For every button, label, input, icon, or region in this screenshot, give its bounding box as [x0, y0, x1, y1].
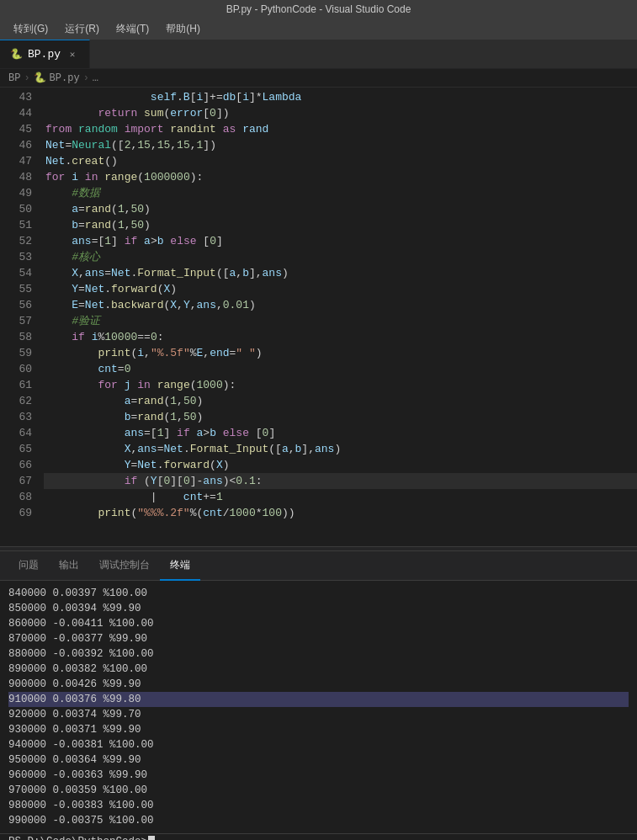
python-file-icon: 🐍	[10, 48, 23, 61]
menu-goto[interactable]: 转到(G)	[7, 20, 55, 38]
breadcrumb-file-icon: 🐍	[34, 72, 46, 84]
code-line-60: cnt=0	[44, 361, 637, 377]
terminal-input-line[interactable]: PS D:\Code\PythonCode>	[0, 833, 637, 840]
code-line-55: Y=Net.forward(X)	[44, 281, 637, 297]
terminal-line-9: 930000 0.00371 %99.90	[8, 722, 629, 737]
terminal-line-1: 850000 0.00394 %99.90	[8, 601, 629, 616]
breadcrumb-file[interactable]: BP.py	[50, 72, 80, 84]
terminal-line-10: 940000 -0.00381 %100.00	[8, 737, 629, 752]
code-line-49: #数据	[44, 185, 637, 201]
terminal-line-2: 860000 -0.00411 %100.00	[8, 616, 629, 631]
code-area[interactable]: self.B[i]+=db[i]*Lambda return sum(error…	[40, 88, 637, 546]
terminal-line-14: 980000 -0.00383 %100.00	[8, 798, 629, 813]
line-numbers: 4344454647484950515253545556575859606162…	[0, 88, 40, 546]
code-line-64: ans=[1] if a>b else [0]	[44, 425, 637, 441]
breadcrumb: BP › 🐍 BP.py › …	[0, 69, 637, 88]
panel-tab-output[interactable]: 输出	[49, 551, 89, 581]
panel-tab-debug[interactable]: 调试控制台	[89, 551, 160, 581]
title-bar: BP.py - PythonCode - Visual Studio Code	[0, 0, 637, 19]
code-line-68: | cnt+=1	[44, 489, 637, 505]
terminal-line-12: 960000 -0.00363 %99.90	[8, 768, 629, 783]
terminal-line-15: 990000 -0.00375 %100.00	[8, 813, 629, 828]
tab-close-button[interactable]: ✕	[66, 48, 79, 61]
breadcrumb-bp[interactable]: BP	[8, 72, 20, 84]
terminal-line-13: 970000 0.00359 %100.00	[8, 783, 629, 798]
code-line-53: #核心	[44, 249, 637, 265]
breadcrumb-dots[interactable]: …	[93, 72, 98, 84]
terminal-line-7: 910000 0.00376 %99.80	[8, 692, 629, 707]
panel-tabs: 问题 输出 调试控制台 终端	[0, 551, 637, 581]
code-line-54: X,ans=Net.Format_Input([a,b],ans)	[44, 265, 637, 281]
breadcrumb-sep1: ›	[24, 72, 29, 84]
code-line-47: Net.creat()	[44, 153, 637, 169]
code-line-43: self.B[i]+=db[i]*Lambda	[44, 89, 637, 105]
code-line-46: Net=Neural([2,15,15,15,1])	[44, 137, 637, 153]
terminal-line-5: 890000 0.00382 %100.00	[8, 662, 629, 677]
editor: 4344454647484950515253545556575859606162…	[0, 88, 637, 546]
terminal-line-4: 880000 -0.00392 %100.00	[8, 646, 629, 662]
menu-help[interactable]: 帮助(H)	[159, 20, 207, 38]
terminal-line-8: 920000 0.00374 %99.70	[8, 707, 629, 722]
panel: 问题 输出 调试控制台 终端 840000 0.00397 %100.00850…	[0, 551, 637, 840]
code-line-51: b=rand(1,50)	[44, 217, 637, 233]
panel-tab-terminal[interactable]: 终端	[160, 551, 200, 581]
code-line-48: for i in range(1000000):	[44, 169, 637, 185]
menu-run[interactable]: 运行(R)	[58, 20, 106, 38]
menu-terminal[interactable]: 终端(T)	[109, 20, 156, 38]
code-line-66: Y=Net.forward(X)	[44, 457, 637, 473]
terminal-line-6: 900000 0.00426 %99.90	[8, 677, 629, 692]
terminal-line-3: 870000 -0.00377 %99.90	[8, 631, 629, 646]
tab-bppy[interactable]: 🐍 BP.py ✕	[0, 40, 90, 68]
menu-bar: 转到(G) 运行(R) 终端(T) 帮助(H)	[0, 19, 637, 40]
code-line-62: a=rand(1,50)	[44, 393, 637, 409]
code-line-58: if i%10000==0:	[44, 329, 637, 345]
code-line-67: if (Y[0][0]-ans)<0.1:	[44, 473, 637, 489]
code-line-52: ans=[1] if a>b else [0]	[44, 233, 637, 249]
title-text: BP.py - PythonCode - Visual Studio Code	[226, 3, 411, 15]
code-line-59: print(i,"%.5f"%E,end=" ")	[44, 345, 637, 361]
code-line-50: a=rand(1,50)	[44, 201, 637, 217]
panel-tab-problems[interactable]: 问题	[8, 551, 49, 581]
code-line-44: return sum(error[0])	[44, 105, 637, 121]
code-line-57: #验证	[44, 313, 637, 329]
terminal-output: 840000 0.00397 %100.00850000 0.00394 %99…	[0, 581, 637, 833]
code-line-45: from random import randint as rand	[44, 121, 637, 137]
terminal-prompt: PS D:\Code\PythonCode>	[8, 836, 147, 840]
breadcrumb-sep2: ›	[83, 72, 89, 84]
code-line-61: for j in range(1000):	[44, 377, 637, 393]
code-line-63: b=rand(1,50)	[44, 409, 637, 425]
terminal-line-11: 950000 0.00364 %99.90	[8, 752, 629, 768]
tab-bar: 🐍 BP.py ✕	[0, 40, 637, 69]
code-line-56: E=Net.backward(X,Y,ans,0.01)	[44, 297, 637, 313]
code-line-65: X,ans=Net.Format_Input([a,b],ans)	[44, 441, 637, 457]
code-line-69: print("%%%.2f"%(cnt/1000*100))	[44, 505, 637, 521]
terminal-line-0: 840000 0.00397 %100.00	[8, 586, 629, 601]
tab-label: BP.py	[28, 48, 61, 61]
terminal-cursor	[148, 836, 155, 840]
